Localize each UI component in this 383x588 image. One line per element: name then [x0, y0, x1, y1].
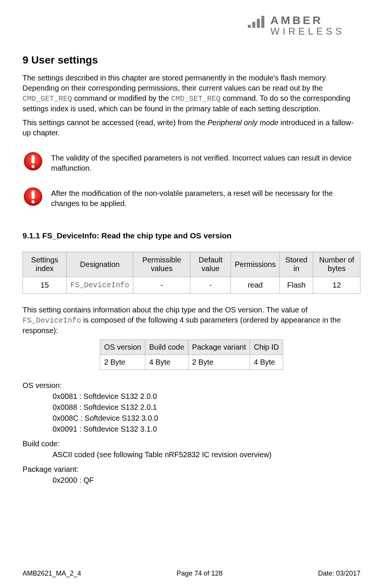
footer-doc-id: AMB2621_MA_2_4 — [23, 570, 81, 577]
cell-os-version: 2 Byte — [100, 355, 145, 370]
subparam-table: OS version Build code Package variant Ch… — [100, 339, 283, 370]
svg-point-9 — [32, 200, 35, 203]
col-designation: Designation — [66, 252, 133, 277]
os-version-value: 0x0091 : Softdevice S132 3.1.0 — [53, 425, 360, 433]
intro-text-1b: command or modified by the — [72, 94, 171, 102]
subsection-heading: 9.1.1 FS_DeviceInfo: Read the chip type … — [23, 231, 360, 240]
cmd-set-req: CMD_SET_REQ — [171, 94, 221, 103]
table-row: 2 Byte 4 Byte 2 Byte 4 Byte — [100, 355, 283, 370]
os-version-value: 0x0081 : Softdevice S132 2.0.0 — [53, 392, 360, 401]
col-stored-in: Stored in — [280, 252, 313, 277]
warning-icon — [23, 187, 44, 206]
intro-text-2a: This settings cannot be accessed (read, … — [23, 118, 207, 127]
alert-box-1: The validity of the specified parameters… — [23, 152, 360, 173]
settings-table: Settings index Designation Permissible v… — [23, 252, 360, 294]
cell-stored-in: Flash — [280, 277, 313, 294]
svg-point-6 — [32, 165, 35, 168]
package-variant-label: Package variant: — [23, 465, 360, 474]
package-variant-value: 0x2000 : QF — [53, 476, 360, 485]
svg-rect-3 — [261, 16, 264, 28]
alert-box-2: After the modification of the non-volati… — [23, 187, 360, 209]
cell-designation: FS_DeviceInfo — [66, 277, 133, 294]
logo-line1: AMBER — [270, 14, 323, 26]
description-paragraph: This setting contains information about … — [23, 305, 360, 336]
brand-logo: AMBER WIRELESS — [23, 11, 360, 39]
page-footer: AMB2621_MA_2_4 Page 74 of 128 Date: 03/2… — [23, 570, 360, 577]
cell-number-bytes: 12 — [313, 277, 360, 294]
table-header-row: OS version Build code Package variant Ch… — [100, 340, 283, 355]
cell-permissible-values: - — [133, 277, 190, 294]
col-chip-id: Chip ID — [250, 340, 283, 355]
table-header-row: Settings index Designation Permissible v… — [23, 252, 360, 277]
intro-text-1a: The settings described in this chapter a… — [23, 74, 327, 92]
desc-text-a: This setting contains information about … — [23, 306, 308, 314]
peripheral-only-mode: Peripheral only mode — [207, 118, 278, 127]
fs-deviceinfo: FS_DeviceInfo — [23, 316, 81, 325]
alert-text-1: The validity of the specified parameters… — [51, 152, 360, 173]
table-row: 15 FS_DeviceInfo - - read Flash 12 — [23, 277, 360, 294]
intro-paragraph-2: This settings cannot be accessed (read, … — [23, 118, 360, 138]
col-number-bytes: Number of bytes — [313, 252, 360, 277]
svg-rect-8 — [32, 191, 35, 199]
footer-page-number: Page 74 of 128 — [176, 570, 222, 577]
cell-build-code: 4 Byte — [145, 355, 188, 370]
col-default-value: Default value — [190, 252, 231, 277]
os-version-value: 0x008C : Softdevice S132 3.0.0 — [53, 414, 360, 423]
col-permissible-values: Permissible values — [133, 252, 190, 277]
cell-default-value: - — [190, 277, 231, 294]
col-settings-index: Settings index — [23, 252, 67, 277]
col-os-version: OS version — [100, 340, 145, 355]
svg-rect-2 — [257, 19, 260, 28]
cell-settings-index: 15 — [23, 277, 67, 294]
alert-text-2: After the modification of the non-volati… — [51, 187, 360, 209]
warning-icon — [23, 152, 44, 171]
col-permissions: Permissions — [231, 252, 280, 277]
cell-chip-id: 4 Byte — [250, 355, 283, 370]
os-version-label: OS version: — [23, 381, 360, 390]
svg-rect-5 — [32, 155, 35, 164]
logo-line2: WIRELESS — [270, 26, 345, 37]
col-package-variant: Package variant — [188, 340, 250, 355]
cell-permissions: read — [231, 277, 280, 294]
cmd-get-req: CMD_GET_REQ — [23, 94, 72, 103]
section-heading: 9 User settings — [23, 54, 360, 66]
intro-paragraph-1: The settings described in this chapter a… — [23, 73, 360, 114]
svg-rect-0 — [248, 25, 251, 28]
build-code-value: ASCII coded (see following Table nRF5283… — [53, 450, 360, 459]
footer-date: Date: 03/2017 — [318, 570, 360, 577]
col-build-code: Build code — [145, 340, 188, 355]
os-version-value: 0x0088 : Softdevice S132 2.0.1 — [53, 403, 360, 412]
svg-rect-1 — [252, 22, 255, 28]
build-code-label: Build code: — [23, 439, 360, 448]
cell-package-variant: 2 Byte — [188, 355, 250, 370]
